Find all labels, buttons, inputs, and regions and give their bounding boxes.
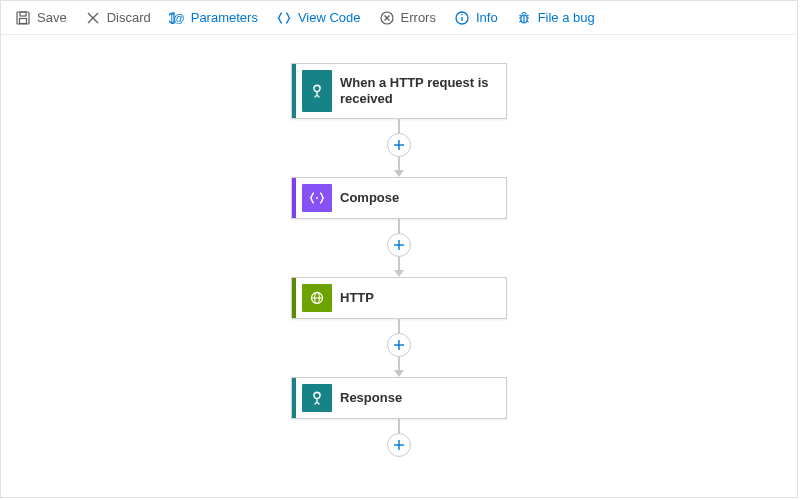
save-button[interactable]: Save xyxy=(7,2,75,34)
svg-rect-2 xyxy=(20,18,27,23)
designer-toolbar: Save Discard [@] Parameters xyxy=(1,1,797,35)
view-code-label: View Code xyxy=(298,10,361,25)
code-icon xyxy=(276,10,292,26)
svg-line-17 xyxy=(526,15,528,16)
info-button[interactable]: Info xyxy=(446,2,506,34)
node-accent-bar xyxy=(292,178,296,218)
errors-icon xyxy=(379,10,395,26)
workflow-node[interactable]: When a HTTP request is received xyxy=(291,63,507,119)
add-step-button[interactable] xyxy=(387,433,411,457)
workflow-node[interactable]: Compose xyxy=(291,177,507,219)
workflow-flow: When a HTTP request is receivedComposeHT… xyxy=(291,63,507,457)
arrow-down-icon xyxy=(394,270,404,277)
parameters-button[interactable]: [@] Parameters xyxy=(161,2,266,34)
node-label: Compose xyxy=(340,178,506,218)
file-a-bug-button[interactable]: File a bug xyxy=(508,2,603,34)
designer-canvas[interactable]: When a HTTP request is receivedComposeHT… xyxy=(1,35,797,497)
save-label: Save xyxy=(37,10,67,25)
connector xyxy=(387,219,411,277)
add-step-button[interactable] xyxy=(387,333,411,357)
node-accent-bar xyxy=(292,278,296,318)
node-label: Response xyxy=(340,378,506,418)
node-accent-bar xyxy=(292,378,296,418)
info-icon xyxy=(454,10,470,26)
info-label: Info xyxy=(476,10,498,25)
errors-button[interactable]: Errors xyxy=(371,2,444,34)
compose-icon xyxy=(302,184,332,212)
view-code-button[interactable]: View Code xyxy=(268,2,369,34)
arrow-down-icon xyxy=(394,170,404,177)
connector xyxy=(387,319,411,377)
discard-button[interactable]: Discard xyxy=(77,2,159,34)
svg-line-16 xyxy=(519,15,521,16)
add-step-button[interactable] xyxy=(387,233,411,257)
bug-icon xyxy=(516,10,532,26)
svg-point-11 xyxy=(461,14,463,16)
svg-text:[@]: [@] xyxy=(170,12,185,24)
workflow-node[interactable]: HTTP xyxy=(291,277,507,319)
arrow-down-icon xyxy=(394,370,404,377)
connector xyxy=(387,419,411,457)
node-accent-bar xyxy=(292,64,296,118)
parameters-icon: [@] xyxy=(169,10,185,26)
workflow-node[interactable]: Response xyxy=(291,377,507,419)
file-a-bug-label: File a bug xyxy=(538,10,595,25)
connector xyxy=(387,119,411,177)
parameters-label: Parameters xyxy=(191,10,258,25)
discard-label: Discard xyxy=(107,10,151,25)
request-icon xyxy=(302,384,332,412)
svg-rect-1 xyxy=(20,12,26,16)
add-step-button[interactable] xyxy=(387,133,411,157)
save-icon xyxy=(15,10,31,26)
node-label: HTTP xyxy=(340,278,506,318)
discard-icon xyxy=(85,10,101,26)
node-label: When a HTTP request is received xyxy=(340,64,506,118)
request-icon xyxy=(302,70,332,112)
errors-label: Errors xyxy=(401,10,436,25)
http-icon xyxy=(302,284,332,312)
